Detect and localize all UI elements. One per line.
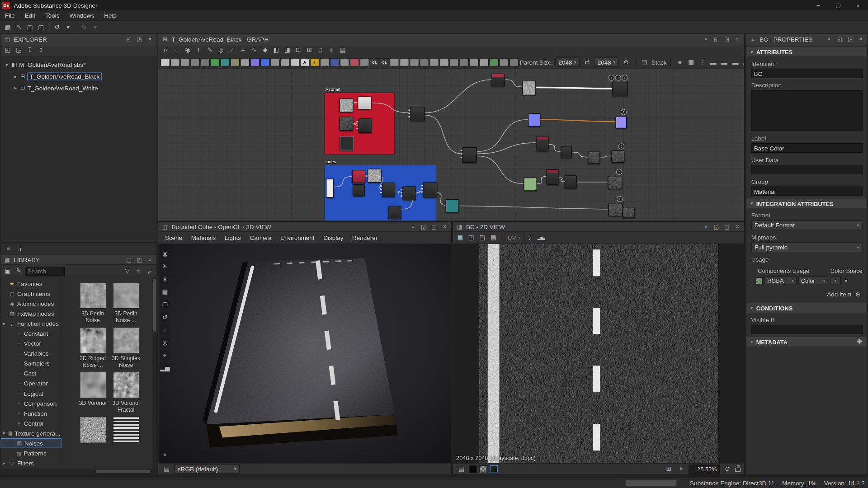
snap-icon[interactable]: ⌖ <box>160 350 170 360</box>
crop-node-icon[interactable] <box>340 58 349 66</box>
scene-icon[interactable]: ▢ <box>160 299 170 309</box>
shape-node-icon[interactable] <box>290 58 300 66</box>
gradient-node-icon[interactable] <box>240 58 250 66</box>
shape-node[interactable] <box>326 179 334 198</box>
warning-node-icon[interactable]: ! <box>310 58 320 66</box>
info-panel-icon[interactable]: i <box>15 244 25 253</box>
edit-library-icon[interactable]: ✎ <box>14 266 24 276</box>
color-space-dropdown[interactable]: Color▾ <box>798 276 828 285</box>
library-category-function-nodes[interactable]: ▾ƒFunction nodes <box>0 319 61 328</box>
float-icon[interactable]: ◳ <box>723 223 731 230</box>
align-horizontal-icon[interactable]: ⊟ <box>293 45 303 55</box>
blur-node[interactable] <box>388 206 401 219</box>
noise-node[interactable] <box>340 99 354 113</box>
tiling-icon[interactable]: ⊞ <box>664 464 674 474</box>
library-search-input[interactable] <box>25 267 65 276</box>
levels-node[interactable] <box>523 81 536 95</box>
usage-extra-dropdown[interactable]: ▾ <box>830 276 841 285</box>
marquee-icon[interactable]: ▫ <box>172 45 182 55</box>
library-horizontal-scrollbar[interactable] <box>0 469 156 474</box>
splitter-node[interactable] <box>462 147 476 163</box>
copy-view-icon[interactable]: ◳ <box>477 233 487 243</box>
noise-node[interactable] <box>368 169 382 183</box>
item-thumbnail[interactable] <box>113 417 139 443</box>
search-icon[interactable]: ◎ <box>216 45 226 55</box>
edit-icon[interactable]: ✎ <box>14 22 24 32</box>
curvature-node-icon[interactable] <box>270 58 280 66</box>
zoom-input[interactable] <box>689 465 720 474</box>
library-vertical-scrollbar[interactable] <box>152 278 157 469</box>
display-layers-icon[interactable]: ▤ <box>162 464 172 474</box>
timeline-icon[interactable]: ⌖ <box>160 450 170 460</box>
compact-nodes-icon[interactable]: ◧ <box>271 45 281 55</box>
float-icon[interactable]: ◳ <box>136 256 143 263</box>
size-xs-button[interactable]: ▬ <box>708 57 718 67</box>
library-category-logical[interactable]: ▫Logical <box>0 389 61 399</box>
menu-help[interactable]: Help <box>99 10 122 20</box>
menu-tools[interactable]: Tools <box>40 10 64 20</box>
levels-node[interactable] <box>623 207 635 218</box>
texture-preview-swatch[interactable] <box>490 465 498 473</box>
description-input[interactable] <box>751 90 863 131</box>
export-icon[interactable]: ↥ <box>36 45 46 55</box>
open-icon[interactable]: ▢ <box>25 22 35 32</box>
background-checker-swatch[interactable] <box>479 465 487 473</box>
noise-node[interactable] <box>340 117 354 131</box>
blend-node[interactable] <box>410 107 425 121</box>
item-thumbnail[interactable] <box>80 282 106 309</box>
view3d-menu-lights[interactable]: Lights <box>220 231 245 244</box>
geometry-icon[interactable]: ▦ <box>160 286 170 296</box>
background-toggle-icon[interactable]: ▦ <box>455 233 465 243</box>
align-vertical-icon[interactable]: ⊞ <box>304 45 314 55</box>
sort-icon[interactable]: ⋮ <box>697 57 707 67</box>
levels-node[interactable] <box>561 146 571 158</box>
section-metadata[interactable]: ▾ METADATA ⊕ <box>747 337 866 347</box>
output-connector-icon[interactable]: ↑ <box>621 109 627 115</box>
stack-icon[interactable]: ▤ <box>639 57 649 67</box>
close-icon[interactable]: × <box>733 35 741 43</box>
menu-file[interactable]: File <box>0 10 20 20</box>
expander-icon[interactable]: ▸ <box>13 85 18 90</box>
output-connector-icon[interactable]: ↑ <box>618 143 624 149</box>
curve-node-icon[interactable] <box>210 58 220 66</box>
info-icon[interactable]: i <box>525 233 535 243</box>
emboss-node-icon[interactable] <box>429 58 439 66</box>
library-item-3d-voronoi[interactable]: 3D Voronoi <box>78 372 107 413</box>
transform-node[interactable] <box>353 184 365 197</box>
warp-node[interactable] <box>423 182 438 197</box>
expander-icon[interactable]: ▾ <box>3 460 7 465</box>
float-icon[interactable]: ◳ <box>430 223 438 230</box>
library-category-graph-items[interactable]: ▢Graph items <box>0 289 61 299</box>
library-item-3d-voronoi-fractal[interactable]: 3D Voronoi Fractal <box>112 372 141 413</box>
user-data-input[interactable] <box>751 165 863 174</box>
pixel-processor-node-icon[interactable] <box>390 58 399 66</box>
levels-node-icon[interactable] <box>220 58 230 66</box>
levels-node[interactable] <box>565 175 577 188</box>
view3d-menu-display[interactable]: Display <box>319 231 348 244</box>
library-category-fxmap-nodes[interactable]: ▧FxMap nodes <box>0 309 61 319</box>
link-straight-icon[interactable]: ∕ <box>227 45 237 55</box>
hsl-node[interactable] <box>537 136 549 151</box>
close-button[interactable]: × <box>848 0 868 10</box>
material-link-icon[interactable]: ◆ <box>260 45 270 55</box>
drag-handle-icon[interactable]: ⋮⋮ <box>750 278 754 283</box>
visible-if-input[interactable] <box>751 325 863 334</box>
zoom-icon[interactable]: ◎ <box>160 338 170 347</box>
fx-map-node-icon[interactable] <box>400 58 409 66</box>
close-icon[interactable]: × <box>146 35 154 43</box>
format-dropdown[interactable]: Default Format▾ <box>751 220 863 230</box>
grid-icon[interactable]: ▦ <box>338 45 348 55</box>
output-node[interactable] <box>609 203 623 216</box>
material-icon[interactable]: ◈ <box>160 274 170 284</box>
pin-icon[interactable]: ⌖ <box>702 223 710 230</box>
expander-icon[interactable]: ▾ <box>4 62 9 67</box>
library-category-operator[interactable]: ▫Operator <box>0 379 61 389</box>
view3d-menu-environment[interactable]: Environment <box>276 231 319 244</box>
item-thumbnail[interactable] <box>113 372 139 399</box>
levels-node[interactable] <box>358 96 372 109</box>
pointer-icon[interactable]: ▹ <box>160 45 170 55</box>
output-node[interactable] <box>611 150 624 163</box>
undo-dropdown-icon[interactable]: ▾ <box>63 22 73 32</box>
distance-node-icon[interactable] <box>420 58 429 66</box>
output-node[interactable] <box>612 82 627 96</box>
